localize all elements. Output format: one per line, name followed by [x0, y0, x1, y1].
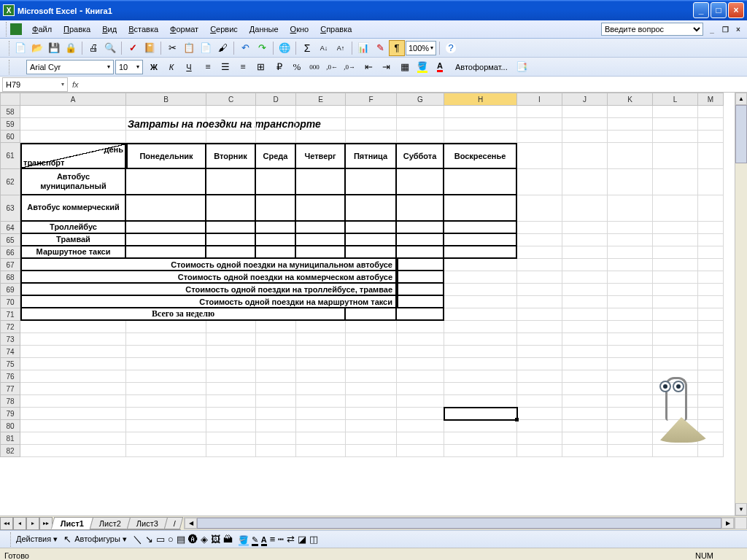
- cell-I64[interactable]: [517, 222, 562, 234]
- menu-окно[interactable]: Окно: [285, 23, 315, 36]
- cell-M70[interactable]: [698, 296, 724, 308]
- cell-H78[interactable]: [444, 395, 517, 408]
- cell-C65[interactable]: [206, 234, 256, 246]
- cell-A59[interactable]: [20, 118, 126, 131]
- cell-G71[interactable]: [397, 308, 444, 321]
- col-header-G[interactable]: G: [397, 93, 444, 106]
- cell-J66[interactable]: [562, 246, 608, 259]
- cell-E59[interactable]: [296, 118, 346, 131]
- select-all-corner[interactable]: [0, 93, 20, 106]
- cell-D78[interactable]: [256, 395, 296, 408]
- cell-A60[interactable]: [20, 131, 126, 143]
- hscroll-thumb[interactable]: [197, 518, 721, 529]
- cell-B75[interactable]: [126, 358, 206, 370]
- cell-C79[interactable]: [206, 408, 256, 420]
- cell-L66[interactable]: [653, 246, 698, 259]
- cell-K81[interactable]: [608, 432, 653, 445]
- cell-I77[interactable]: [517, 383, 562, 395]
- cell-H77[interactable]: [444, 383, 517, 395]
- sheet-nav-next-icon[interactable]: ▸: [26, 517, 39, 530]
- menu-сервис[interactable]: Сервис: [204, 23, 244, 36]
- cell-K63[interactable]: [608, 195, 653, 222]
- cell-G67[interactable]: [397, 259, 444, 271]
- permission-icon[interactable]: 🔒: [63, 40, 79, 56]
- cell-K82[interactable]: [608, 445, 653, 457]
- row-header-69[interactable]: 69: [0, 284, 20, 296]
- preview-icon[interactable]: 🔍: [102, 40, 118, 56]
- fillcolor-icon[interactable]: 🪣: [239, 534, 249, 544]
- cell-D59[interactable]: [256, 118, 296, 131]
- cell-G79[interactable]: [397, 408, 444, 420]
- row-header-74[interactable]: 74: [0, 346, 20, 358]
- scroll-left-icon[interactable]: ◀: [185, 518, 197, 529]
- cell-F71[interactable]: [346, 308, 397, 321]
- cell-D77[interactable]: [256, 383, 296, 395]
- cell-A82[interactable]: [20, 445, 126, 457]
- cell-A75[interactable]: [20, 358, 126, 370]
- cell-D80[interactable]: [256, 420, 296, 432]
- cell-L81[interactable]: [653, 432, 698, 445]
- row-header-65[interactable]: 65: [0, 234, 20, 246]
- sort-desc-icon[interactable]: A↑: [333, 40, 349, 56]
- cell-E58[interactable]: [296, 106, 346, 118]
- cell-K66[interactable]: [608, 246, 653, 259]
- cell-I60[interactable]: [517, 131, 562, 143]
- cell-D82[interactable]: [256, 445, 296, 457]
- cell-L69[interactable]: [653, 284, 698, 296]
- cell-G59[interactable]: [397, 118, 444, 131]
- row-header-82[interactable]: 82: [0, 445, 20, 457]
- cell-L82[interactable]: [653, 445, 698, 457]
- cell-F65[interactable]: [346, 234, 397, 246]
- cell-A62[interactable]: Автобус муниципальный: [20, 169, 126, 195]
- cell-J65[interactable]: [562, 234, 608, 246]
- cell-D73[interactable]: [256, 333, 296, 346]
- cell-M76[interactable]: [698, 370, 724, 383]
- cell-C61[interactable]: Вторник: [206, 143, 256, 169]
- close-button[interactable]: ×: [728, 2, 744, 18]
- cell-I80[interactable]: [517, 420, 562, 432]
- cell-B77[interactable]: [126, 383, 206, 395]
- col-header-E[interactable]: E: [296, 93, 346, 106]
- cell-F81[interactable]: [346, 432, 397, 445]
- cell-J71[interactable]: [562, 308, 608, 321]
- cell-D65[interactable]: [256, 234, 296, 246]
- col-header-M[interactable]: M: [698, 93, 724, 106]
- cell-M66[interactable]: [698, 246, 724, 259]
- menu-вставка[interactable]: Вставка: [123, 23, 164, 36]
- cell-G72[interactable]: [397, 321, 444, 333]
- cell-D81[interactable]: [256, 432, 296, 445]
- cell-C73[interactable]: [206, 333, 256, 346]
- picture-icon[interactable]: 🏔: [223, 534, 233, 544]
- cell-A73[interactable]: [20, 333, 126, 346]
- cell-A71[interactable]: Всего за неделю: [20, 308, 346, 321]
- cell-L58[interactable]: [653, 106, 698, 118]
- menu-вид[interactable]: Вид: [96, 23, 123, 36]
- cell-I71[interactable]: [517, 308, 562, 321]
- rect-icon[interactable]: ▭: [156, 534, 165, 544]
- cell-B73[interactable]: [126, 333, 206, 346]
- row-header-76[interactable]: 76: [0, 370, 20, 383]
- currency-icon[interactable]: ₽: [271, 59, 287, 75]
- cell-I70[interactable]: [517, 296, 562, 308]
- cell-D79[interactable]: [256, 408, 296, 420]
- cell-A72[interactable]: [20, 321, 126, 333]
- maximize-button[interactable]: □: [711, 2, 727, 18]
- cell-F59[interactable]: [346, 118, 397, 131]
- cell-B64[interactable]: [126, 222, 206, 234]
- cell-M75[interactable]: [698, 358, 724, 370]
- borders-icon[interactable]: ▦: [397, 59, 413, 75]
- cell-C76[interactable]: [206, 370, 256, 383]
- cell-M58[interactable]: [698, 106, 724, 118]
- cell-B81[interactable]: [126, 432, 206, 445]
- cell-C80[interactable]: [206, 420, 256, 432]
- cell-M79[interactable]: [698, 408, 724, 420]
- name-box[interactable]: H79: [2, 77, 68, 92]
- cell-G74[interactable]: [397, 346, 444, 358]
- wordart-icon[interactable]: 🅐: [188, 534, 198, 544]
- row-header-72[interactable]: 72: [0, 321, 20, 333]
- cell-K76[interactable]: [608, 370, 653, 383]
- cell-I68[interactable]: [517, 271, 562, 284]
- comma-icon[interactable]: 000: [306, 59, 322, 75]
- cell-E80[interactable]: [296, 420, 346, 432]
- cell-I74[interactable]: [517, 346, 562, 358]
